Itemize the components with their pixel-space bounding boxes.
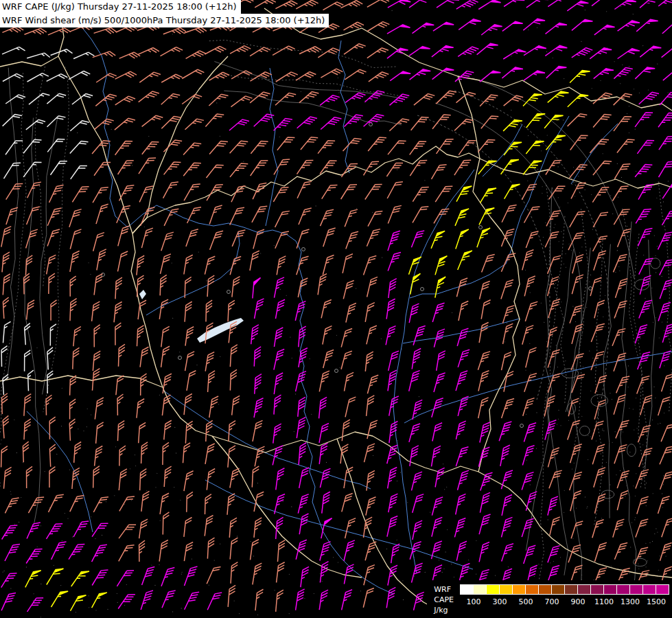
wind-barb xyxy=(24,393,31,416)
wind-barb xyxy=(366,496,376,517)
wind-barb xyxy=(413,184,428,205)
wind-barb xyxy=(344,41,366,59)
wind-barb xyxy=(25,350,31,371)
wind-barb xyxy=(548,275,559,298)
wind-barb xyxy=(344,20,364,35)
wind-barb xyxy=(253,562,262,586)
wind-barb xyxy=(594,466,605,489)
wind-barb xyxy=(49,467,56,488)
legend-tick-label: 900 xyxy=(571,597,586,606)
wind-barb xyxy=(230,255,241,276)
wind-barb xyxy=(96,422,104,444)
river xyxy=(27,411,93,532)
wind-barb xyxy=(298,277,308,298)
wind-barb xyxy=(277,134,295,154)
wind-barb xyxy=(570,304,582,325)
contour-loop xyxy=(627,444,636,457)
contour-line xyxy=(621,222,636,605)
legend-tick-label: 1500 xyxy=(647,597,666,606)
wind-barb xyxy=(184,470,194,492)
wind-barb xyxy=(163,26,186,40)
wind-barb xyxy=(456,540,467,562)
wind-barb xyxy=(548,0,570,12)
legend-tick-label: 100 xyxy=(467,597,481,606)
wind-barb xyxy=(69,419,76,441)
legend-title-line: CAPE xyxy=(434,595,454,605)
wind-barb xyxy=(185,421,192,444)
wind-barb xyxy=(523,91,542,111)
wind-barb xyxy=(432,422,442,442)
wind-barb xyxy=(364,254,377,277)
wind-barb xyxy=(207,162,224,182)
river xyxy=(571,124,618,184)
wind-barb xyxy=(70,228,81,251)
wind-barb xyxy=(456,183,472,205)
contour-loop xyxy=(651,258,660,268)
wind-barb xyxy=(230,44,251,59)
wind-barb xyxy=(70,298,77,321)
wind-barb xyxy=(51,539,67,562)
wind-barb xyxy=(432,396,443,419)
city-marker xyxy=(178,356,182,360)
wind-barb xyxy=(341,181,357,202)
wind-barb xyxy=(592,0,614,11)
wind-barb xyxy=(117,394,124,415)
wind-barb xyxy=(184,393,192,415)
wind-barb xyxy=(228,445,235,468)
wind-barb xyxy=(323,253,334,276)
wind-barb xyxy=(163,137,182,156)
wind-barb xyxy=(456,445,468,468)
wind-barb xyxy=(323,348,334,369)
wind-barb xyxy=(638,181,653,202)
wind-barb xyxy=(73,51,94,65)
wind-barb xyxy=(26,255,33,275)
wind-barb xyxy=(478,157,497,178)
wind-barb xyxy=(638,350,651,371)
wind-barb xyxy=(187,369,196,391)
wind-barb xyxy=(504,93,524,111)
wind-barb xyxy=(49,492,64,514)
wind-barb xyxy=(434,371,445,394)
wind-barb xyxy=(502,65,523,83)
wind-barb xyxy=(455,206,469,228)
wind-barb xyxy=(456,227,469,251)
wind-barb xyxy=(137,325,144,346)
wind-barb xyxy=(614,540,627,561)
wind-barb xyxy=(139,154,156,176)
wind-barb xyxy=(3,71,23,87)
wind-barb xyxy=(209,91,228,110)
river xyxy=(157,205,301,252)
wind-barb xyxy=(230,160,248,181)
wind-barb xyxy=(254,491,264,513)
wind-barb xyxy=(23,273,30,294)
wind-barb xyxy=(27,520,40,541)
wind-barb xyxy=(273,444,283,466)
wind-barb xyxy=(433,20,454,36)
wind-barb xyxy=(255,374,262,394)
wind-barb xyxy=(207,590,222,612)
wind-barb xyxy=(6,181,23,203)
wind-barb xyxy=(141,205,155,229)
wind-barb xyxy=(640,274,651,296)
country-border xyxy=(132,146,480,233)
wind-barb xyxy=(525,300,537,323)
wind-barb xyxy=(3,415,10,438)
wind-barb xyxy=(299,325,306,347)
wind-barb xyxy=(298,397,305,417)
wind-barb xyxy=(47,206,61,228)
wind-barb xyxy=(480,92,498,111)
wind-barb xyxy=(231,562,237,584)
wind-barb xyxy=(459,16,480,35)
river xyxy=(163,390,371,489)
legend-color-cell xyxy=(499,584,513,595)
wind-barb xyxy=(95,116,114,134)
wind-barb xyxy=(251,138,268,157)
wind-barb xyxy=(639,446,653,469)
wind-barb xyxy=(118,250,128,273)
wind-barb xyxy=(456,277,467,298)
wind-barb xyxy=(5,137,23,158)
wind-barb xyxy=(343,135,362,155)
wind-barb xyxy=(500,444,510,467)
wind-barb xyxy=(343,253,353,275)
wind-barb xyxy=(115,115,135,134)
